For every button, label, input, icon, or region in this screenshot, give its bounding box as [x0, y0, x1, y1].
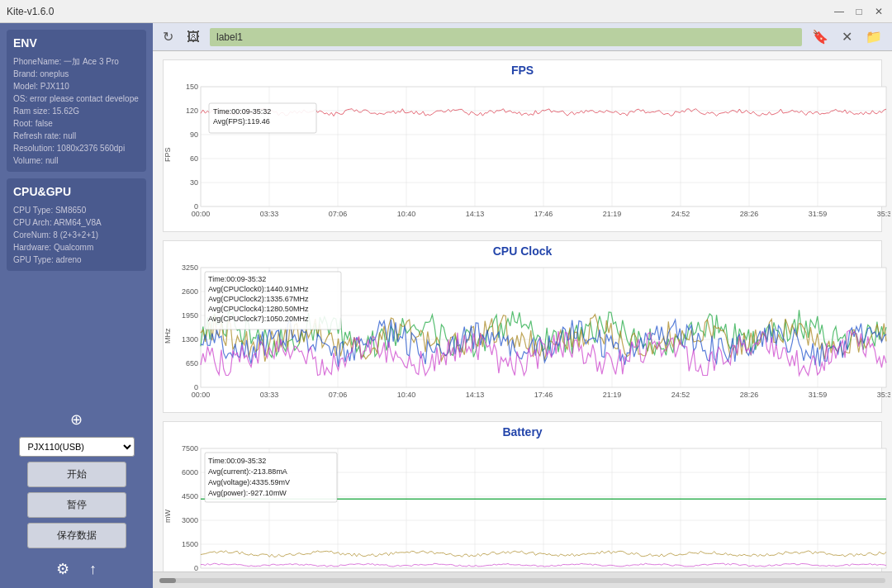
svg-text:6000: 6000	[182, 468, 198, 477]
toolbar-right-icons: 🔖 ✕ 📁	[809, 27, 885, 46]
fps-ylabel: FPS	[164, 78, 172, 231]
svg-text:03:33: 03:33	[260, 391, 279, 399]
svg-text:30: 30	[190, 178, 198, 187]
svg-text:03:33: 03:33	[260, 210, 279, 218]
svg-text:31:59: 31:59	[809, 391, 828, 399]
save-button[interactable]: 保存数据	[27, 523, 126, 548]
svg-text:Avg(CPUClock0):1440.91MHz: Avg(CPUClock0):1440.91MHz	[208, 285, 309, 293]
folder-icon[interactable]: 📁	[862, 27, 885, 46]
fps-chart-container: FPS 030609012015000:0003:3307:0610:4014:…	[164, 78, 881, 231]
cpu-clock-ylabel: MHz	[164, 259, 172, 412]
maximize-btn[interactable]: □	[852, 5, 866, 18]
svg-text:4500: 4500	[182, 492, 198, 500]
svg-text:7500: 7500	[182, 444, 198, 453]
svg-text:21:19: 21:19	[603, 210, 622, 218]
close-btn[interactable]: ✕	[872, 5, 885, 18]
cpu-clock-svg: 0650130019502600325000:0003:3307:0610:40…	[172, 259, 890, 412]
main-layout: ENV PhoneName: 一加 Ace 3 ProBrand: oneplu…	[0, 23, 892, 588]
add-icon[interactable]: ⊕	[67, 407, 86, 432]
top-toolbar: ↻ 🖼 label1 🔖 ✕ 📁	[153, 23, 892, 51]
svg-text:31:59: 31:59	[809, 210, 828, 218]
svg-text:07:06: 07:06	[329, 210, 348, 218]
svg-text:28:26: 28:26	[740, 391, 759, 399]
battery-ylabel: mW	[164, 440, 172, 571]
cpu-gpu-info: CPU Type: SM8650CPU Arch: ARM64_V8ACoreN…	[13, 204, 140, 266]
title-bar: Kite-v1.6.0 — □ ✕	[0, 0, 892, 23]
svg-text:Avg(CPUClock4):1280.50MHz: Avg(CPUClock4):1280.50MHz	[208, 305, 309, 313]
left-sidebar: ENV PhoneName: 一加 Ace 3 ProBrand: oneplu…	[0, 23, 153, 588]
fps-chart-wrapper: FPS FPS 030609012015000:0003:3307:0610:4…	[163, 59, 882, 232]
svg-text:14:13: 14:13	[466, 391, 485, 399]
bookmark-icon[interactable]: 🔖	[809, 27, 832, 46]
minimize-btn[interactable]: —	[833, 5, 846, 18]
image-icon[interactable]: 🖼	[183, 28, 203, 46]
fps-chart-inner: 030609012015000:0003:3307:0610:4014:1317…	[172, 78, 890, 231]
battery-chart-inner: 01500300045006000750000:0003:3307:0610:4…	[172, 440, 890, 571]
close-session-icon[interactable]: ✕	[838, 27, 856, 46]
fps-svg: 030609012015000:0003:3307:0610:4014:1317…	[172, 78, 890, 231]
charts-area: FPS FPS 030609012015000:0003:3307:0610:4…	[153, 51, 892, 571]
app-title: Kite-v1.6.0	[7, 6, 833, 17]
svg-text:07:06: 07:06	[329, 391, 348, 399]
svg-text:Avg(CPUClock7):1050.20MHz: Avg(CPUClock7):1050.20MHz	[208, 315, 309, 323]
scroll-track[interactable]	[159, 578, 885, 583]
bottom-scrollbar[interactable]	[153, 571, 892, 588]
svg-text:1500: 1500	[182, 540, 198, 548]
svg-text:650: 650	[186, 359, 198, 368]
svg-text:Time:00:09-35:32: Time:00:09-35:32	[208, 275, 266, 283]
battery-chart-wrapper: Battery mW 01500300045006000750000:0003:…	[163, 421, 882, 571]
svg-text:35:32: 35:32	[877, 210, 890, 218]
cpu-clock-chart-title: CPU Clock	[164, 241, 881, 259]
svg-text:24:52: 24:52	[671, 391, 690, 399]
svg-text:2600: 2600	[182, 287, 198, 296]
svg-text:0: 0	[194, 564, 198, 571]
svg-text:1300: 1300	[182, 335, 198, 344]
svg-text:Avg(power):-927.10mW: Avg(power):-927.10mW	[208, 489, 287, 497]
svg-text:1950: 1950	[182, 311, 198, 320]
svg-text:Avg(CPUClock2):1335.67MHz: Avg(CPUClock2):1335.67MHz	[208, 295, 309, 303]
battery-chart-container: mW 01500300045006000750000:0003:3307:061…	[164, 440, 881, 571]
start-button[interactable]: 开始	[27, 462, 126, 487]
label-text: label1	[216, 31, 243, 43]
svg-text:14:13: 14:13	[466, 210, 485, 218]
fps-chart-title: FPS	[164, 60, 881, 78]
svg-text:Time:00:09-35:32: Time:00:09-35:32	[208, 457, 266, 465]
svg-text:24:52: 24:52	[671, 210, 690, 218]
cpu-clock-chart-wrapper: CPU Clock MHz 0650130019502600325000:000…	[163, 240, 882, 413]
cpu-gpu-title: CPU&GPU	[13, 183, 140, 201]
label-bar: label1	[210, 28, 802, 46]
cpu-clock-chart-inner: 0650130019502600325000:0003:3307:0610:40…	[172, 259, 890, 412]
svg-text:3250: 3250	[182, 263, 198, 272]
content-area: ↻ 🖼 label1 🔖 ✕ 📁 FPS FPS 030609012015000…	[153, 23, 892, 588]
pause-button[interactable]: 暂停	[27, 492, 126, 518]
svg-text:150: 150	[186, 83, 198, 91]
window-controls: — □ ✕	[833, 5, 885, 18]
svg-text:120: 120	[186, 107, 198, 115]
refresh-icon[interactable]: ↻	[159, 27, 177, 46]
svg-text:00:00: 00:00	[192, 391, 211, 399]
svg-text:10:40: 10:40	[397, 210, 416, 218]
env-section: ENV PhoneName: 一加 Ace 3 ProBrand: oneplu…	[7, 30, 146, 172]
svg-text:3000: 3000	[182, 516, 198, 524]
env-title: ENV	[13, 35, 140, 52]
sidebar-bottom: ⊕ PJX110(USB) 开始 暂停 保存数据 ⚙ ↑	[7, 407, 146, 581]
svg-text:21:19: 21:19	[603, 391, 622, 399]
svg-text:90: 90	[190, 130, 198, 139]
upload-icon[interactable]: ↑	[86, 557, 100, 581]
battery-svg: 01500300045006000750000:0003:3307:0610:4…	[172, 440, 890, 571]
svg-text:17:46: 17:46	[534, 391, 553, 399]
env-info: PhoneName: 一加 Ace 3 ProBrand: oneplusMod…	[13, 55, 140, 167]
svg-text:Time:00:09-35:32: Time:00:09-35:32	[213, 107, 271, 116]
cpu-clock-chart-container: MHz 0650130019502600325000:0003:3307:061…	[164, 259, 881, 412]
svg-text:Avg(current):-213.88mA: Avg(current):-213.88mA	[208, 467, 287, 476]
svg-text:00:00: 00:00	[192, 210, 211, 218]
settings-icon[interactable]: ⚙	[53, 557, 73, 581]
svg-text:60: 60	[190, 154, 198, 163]
cpu-gpu-section: CPU&GPU CPU Type: SM8650CPU Arch: ARM64_…	[7, 178, 146, 271]
svg-text:17:46: 17:46	[534, 210, 553, 218]
scroll-thumb[interactable]	[159, 578, 176, 583]
svg-text:Avg(FPS):119.46: Avg(FPS):119.46	[213, 117, 270, 126]
svg-text:Avg(voltage):4335.59mV: Avg(voltage):4335.59mV	[208, 478, 290, 486]
device-selector[interactable]: PJX110(USB)	[19, 437, 135, 457]
svg-text:35:32: 35:32	[877, 391, 890, 399]
